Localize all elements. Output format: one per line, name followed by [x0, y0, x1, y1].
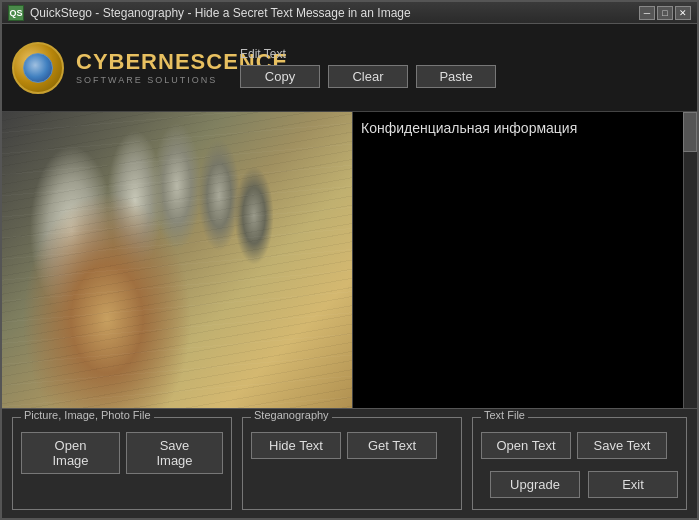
open-image-button[interactable]: Open Image: [21, 432, 120, 474]
steg-section-label: Steganography: [251, 409, 332, 421]
text-file-section-label: Text File: [481, 409, 528, 421]
image-panel: [2, 112, 352, 408]
save-text-button[interactable]: Save Text: [577, 432, 667, 459]
open-text-button[interactable]: Open Text: [481, 432, 571, 459]
text-file-buttons: Open Text Save Text: [481, 432, 678, 459]
picture-section: Picture, Image, Photo File Open Image Sa…: [12, 417, 232, 510]
save-image-button[interactable]: Save Image: [126, 432, 223, 474]
exit-button[interactable]: Exit: [588, 471, 678, 498]
app-icon: QS: [8, 5, 24, 21]
close-button[interactable]: ✕: [675, 6, 691, 20]
hide-text-button[interactable]: Hide Text: [251, 432, 341, 459]
scrollbar-track[interactable]: [683, 112, 697, 408]
picture-section-label: Picture, Image, Photo File: [21, 409, 154, 421]
steg-section: Steganography Hide Text Get Text: [242, 417, 462, 510]
upgrade-exit-row: Upgrade Exit: [490, 471, 678, 498]
window-title: QuickStego - Steganography - Hide a Secr…: [30, 6, 639, 20]
paste-button[interactable]: Paste: [416, 65, 496, 88]
hand-image: [2, 112, 352, 408]
scrollbar-thumb[interactable]: [683, 112, 697, 152]
text-panel: Конфиденциальная информация: [352, 112, 697, 408]
app-header: CYBERNESCENCE SOFTWARE SOLUTIONS Edit Te…: [2, 24, 697, 112]
edit-text-label: Edit Text: [240, 47, 679, 61]
secret-text-area[interactable]: Конфиденциальная информация: [353, 112, 697, 408]
minimize-button[interactable]: ─: [639, 6, 655, 20]
get-text-button[interactable]: Get Text: [347, 432, 437, 459]
edit-text-buttons: Copy Clear Paste: [240, 65, 679, 88]
upgrade-button[interactable]: Upgrade: [490, 471, 580, 498]
logo-circle: [12, 42, 64, 94]
steg-buttons: Hide Text Get Text: [251, 432, 453, 459]
copy-button[interactable]: Copy: [240, 65, 320, 88]
bottom-area: Picture, Image, Photo File Open Image Sa…: [2, 408, 697, 518]
logo-inner: [23, 53, 53, 83]
picture-buttons: Open Image Save Image: [21, 432, 223, 474]
image-display: [2, 112, 352, 408]
text-file-section: Text File Open Text Save Text Upgrade Ex…: [472, 417, 687, 510]
edit-text-panel: Edit Text Copy Clear Paste: [232, 41, 687, 94]
body-area: Конфиденциальная информация: [2, 112, 697, 408]
clear-button[interactable]: Clear: [328, 65, 408, 88]
window-controls: ─ □ ✕: [639, 6, 691, 20]
maximize-button[interactable]: □: [657, 6, 673, 20]
title-bar: QS QuickStego - Steganography - Hide a S…: [2, 2, 697, 24]
main-window: QS QuickStego - Steganography - Hide a S…: [0, 0, 699, 520]
logo-area: CYBERNESCENCE SOFTWARE SOLUTIONS: [12, 42, 232, 94]
